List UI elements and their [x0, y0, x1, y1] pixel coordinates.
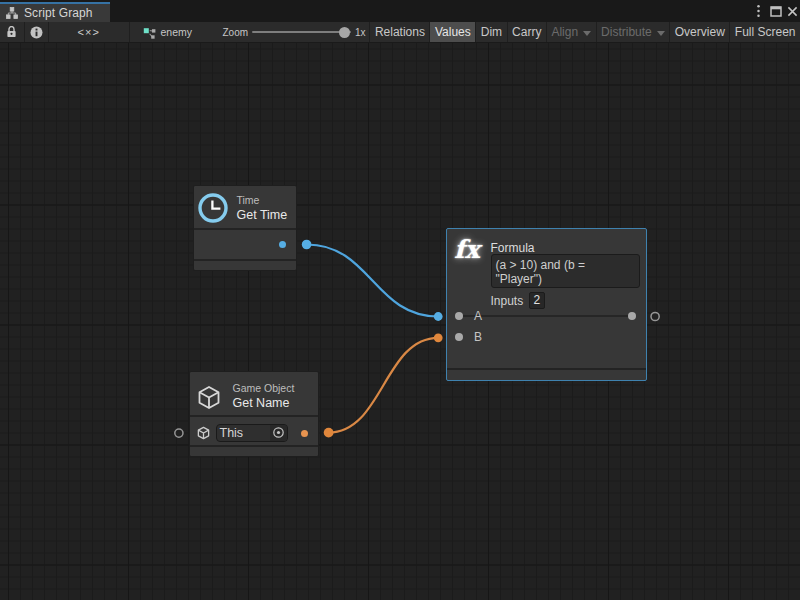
- script-graph-icon: [6, 7, 18, 19]
- object-picker-icon: [272, 426, 285, 439]
- relation-line: [459, 315, 632, 317]
- distribute-button[interactable]: Distribute: [597, 22, 670, 42]
- node-footer: [447, 368, 646, 380]
- graph-name-button[interactable]: enemy: [130, 22, 216, 42]
- chevron-down-icon: [583, 31, 591, 36]
- inputs-label: Inputs: [491, 294, 524, 308]
- edge-getname-to-formula: [329, 338, 439, 433]
- node-get-name[interactable]: Game Object Get Name This: [189, 371, 319, 457]
- code-icon: <×>: [78, 26, 100, 38]
- info-button[interactable]: [25, 22, 49, 42]
- edge-endpoint-dot: [324, 428, 334, 438]
- kebab-menu-icon[interactable]: [750, 0, 766, 22]
- node-formula[interactable]: fx Formula (a > 10) and (b = "Player") I…: [446, 228, 647, 381]
- node-get-time-header: Time Get Time: [194, 186, 297, 228]
- zoom-value: 1x: [355, 27, 366, 38]
- node-footer: [194, 261, 297, 270]
- lock-icon: [6, 26, 17, 38]
- zoom-label: Zoom: [223, 27, 249, 38]
- zoom-control: Zoom 1x: [216, 22, 366, 42]
- node-title: Get Name: [233, 396, 295, 411]
- node-get-time[interactable]: Time Get Time: [193, 185, 298, 271]
- object-picker-button[interactable]: [270, 425, 287, 441]
- node-get-name-header: Game Object Get Name: [190, 372, 318, 415]
- edge-endpoint-dot: [434, 333, 443, 342]
- unity-script-graph-window: Script Graph: [0, 0, 800, 600]
- node-get-name-body: This: [190, 417, 318, 445]
- unconnected-port-ring-gameobject-input: [175, 429, 183, 437]
- cube-icon-small: [197, 426, 210, 440]
- target-value: This: [217, 426, 271, 440]
- tab-strip: Script Graph: [0, 0, 800, 22]
- port-input-b[interactable]: [455, 333, 463, 341]
- tab-label: Script Graph: [24, 6, 93, 20]
- port-input-a[interactable]: [455, 312, 463, 320]
- formula-fx-icon: fx: [454, 235, 487, 264]
- maximize-icon[interactable]: [768, 0, 784, 22]
- values-button[interactable]: Values: [430, 22, 475, 42]
- full-screen-button[interactable]: Full Screen: [730, 22, 800, 42]
- relations-button[interactable]: Relations: [370, 22, 429, 42]
- dim-button[interactable]: Dim: [476, 22, 506, 42]
- toolbar-right-group: Relations Values Dim Carry Align Distrib…: [369, 22, 800, 42]
- info-icon: [30, 26, 43, 39]
- graph-name-label: enemy: [161, 26, 193, 38]
- formula-expression-field[interactable]: (a > 10) and (b = "Player"): [491, 254, 641, 288]
- unconnected-port-ring-formula-output: [651, 312, 659, 320]
- align-button[interactable]: Align: [547, 22, 596, 42]
- node-category: Time: [237, 194, 288, 206]
- edge-endpoint-dot: [434, 312, 443, 321]
- node-category: Game Object: [233, 382, 295, 394]
- zoom-slider-handle[interactable]: [339, 27, 350, 38]
- edge-time-to-formula: [307, 245, 439, 317]
- graph-icon: [142, 26, 156, 39]
- gameobject-target-field[interactable]: This: [216, 424, 289, 442]
- node-footer: [190, 447, 318, 456]
- port-label-a: A: [474, 309, 482, 323]
- edges-layer: [0, 43, 800, 600]
- node-title: Get Time: [237, 208, 288, 223]
- cube-icon: [197, 385, 221, 410]
- tab-script-graph[interactable]: Script Graph: [0, 2, 110, 22]
- chevron-down-icon: [657, 31, 665, 36]
- close-icon[interactable]: [784, 0, 800, 22]
- carry-button[interactable]: Carry: [508, 22, 546, 42]
- inputs-count-field[interactable]: 2: [529, 292, 545, 309]
- port-output-result[interactable]: [628, 312, 636, 320]
- lock-button[interactable]: [0, 22, 24, 42]
- window-controls: [750, 0, 800, 22]
- port-label-b: B: [474, 330, 482, 344]
- node-get-time-body: [194, 230, 297, 259]
- edge-endpoint-dot: [302, 240, 312, 250]
- clock-icon: [198, 193, 228, 223]
- graph-toolbar: <×> enemy Zoom 1x Relations Values: [0, 22, 800, 43]
- code-preview-button[interactable]: <×>: [49, 22, 129, 42]
- graph-canvas[interactable]: Time Get Time fx Formula (a > 10) and (b…: [0, 43, 800, 600]
- node-title: Formula: [491, 241, 535, 255]
- zoom-slider[interactable]: [252, 31, 351, 33]
- port-output-time[interactable]: [279, 241, 286, 248]
- port-output-name[interactable]: [301, 430, 308, 437]
- overview-button[interactable]: Overview: [670, 22, 729, 42]
